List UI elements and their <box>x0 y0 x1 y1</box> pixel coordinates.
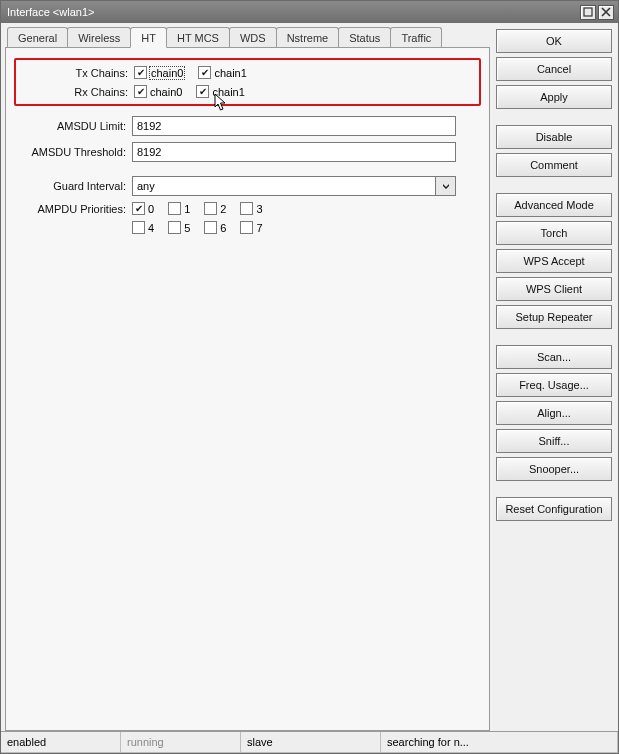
tab-wireless[interactable]: Wireless <box>67 27 131 48</box>
chevron-down-icon <box>441 181 451 191</box>
ampdu-pri-7-checkbox[interactable] <box>240 221 253 234</box>
apply-button[interactable]: Apply <box>496 85 612 109</box>
tx-chains-label: Tx Chains: <box>16 67 134 79</box>
chains-highlight: Tx Chains: chain0 chain1 Rx Chains: chai… <box>14 58 481 106</box>
tab-general[interactable]: General <box>7 27 68 48</box>
tx-chain1-checkbox[interactable] <box>198 66 211 79</box>
cancel-button[interactable]: Cancel <box>496 57 612 81</box>
tab-traffic[interactable]: Traffic <box>390 27 442 48</box>
rx-chain0-label: chain0 <box>150 86 182 98</box>
tx-chain0-label: chain0 <box>150 67 184 79</box>
setup-repeater-button[interactable]: Setup Repeater <box>496 305 612 329</box>
ampdu-pri-2-checkbox[interactable] <box>204 202 217 215</box>
ampdu-pri-5-label: 5 <box>184 222 190 234</box>
ampdu-pri-4-label: 4 <box>148 222 154 234</box>
snooper-button[interactable]: Snooper... <box>496 457 612 481</box>
status-enabled: enabled <box>1 732 121 753</box>
rx-chain1-label: chain1 <box>212 86 244 98</box>
window-title: Interface <wlan1> <box>7 6 578 18</box>
tab-ht[interactable]: HT <box>130 27 167 48</box>
ampdu-pri-4-checkbox[interactable] <box>132 221 145 234</box>
tx-chain0-checkbox[interactable] <box>134 66 147 79</box>
comment-button[interactable]: Comment <box>496 153 612 177</box>
align-button[interactable]: Align... <box>496 401 612 425</box>
ampdu-pri-0-label: 0 <box>148 203 154 215</box>
wps-accept-button[interactable]: WPS Accept <box>496 249 612 273</box>
ampdu-pri-1-checkbox[interactable] <box>168 202 181 215</box>
reset-configuration-button[interactable]: Reset Configuration <box>496 497 612 521</box>
rx-chains-label: Rx Chains: <box>16 86 134 98</box>
amsdu-limit-input[interactable] <box>132 116 456 136</box>
freq-usage-button[interactable]: Freq. Usage... <box>496 373 612 397</box>
ampdu-pri-5-checkbox[interactable] <box>168 221 181 234</box>
torch-button[interactable]: Torch <box>496 221 612 245</box>
guard-interval-label: Guard Interval: <box>14 180 132 192</box>
sniff-button[interactable]: Sniff... <box>496 429 612 453</box>
tab-status[interactable]: Status <box>338 27 391 48</box>
amsdu-threshold-label: AMSDU Threshold: <box>14 146 132 158</box>
guard-interval-dropdown-button[interactable] <box>436 176 456 196</box>
ampdu-pri-3-label: 3 <box>256 203 262 215</box>
ampdu-priorities-label: AMPDU Priorities: <box>14 203 132 215</box>
ampdu-pri-6-checkbox[interactable] <box>204 221 217 234</box>
interface-window: Interface <wlan1> General Wireless HT HT… <box>0 0 619 754</box>
status-bar: enabled running slave searching for n... <box>1 731 618 753</box>
tab-wds[interactable]: WDS <box>229 27 277 48</box>
ampdu-pri-6-label: 6 <box>220 222 226 234</box>
ampdu-pri-0-checkbox[interactable] <box>132 202 145 215</box>
disable-button[interactable]: Disable <box>496 125 612 149</box>
tab-nstreme[interactable]: Nstreme <box>276 27 340 48</box>
tab-panel-ht: Tx Chains: chain0 chain1 Rx Chains: chai… <box>5 47 490 731</box>
wps-client-button[interactable]: WPS Client <box>496 277 612 301</box>
status-slave: slave <box>241 732 381 753</box>
scan-button[interactable]: Scan... <box>496 345 612 369</box>
status-searching: searching for n... <box>381 732 618 753</box>
status-running: running <box>121 732 241 753</box>
ampdu-pri-7-label: 7 <box>256 222 262 234</box>
svg-rect-1 <box>584 8 592 16</box>
rx-chain0-checkbox[interactable] <box>134 85 147 98</box>
close-button[interactable] <box>598 5 614 20</box>
tab-bar: General Wireless HT HT MCS WDS Nstreme S… <box>7 27 490 48</box>
amsdu-threshold-input[interactable] <box>132 142 456 162</box>
button-sidebar: OK Cancel Apply Disable Comment Advanced… <box>494 23 618 731</box>
ampdu-pri-3-checkbox[interactable] <box>240 202 253 215</box>
tab-ht-mcs[interactable]: HT MCS <box>166 27 230 48</box>
ampdu-pri-1-label: 1 <box>184 203 190 215</box>
ok-button[interactable]: OK <box>496 29 612 53</box>
advanced-mode-button[interactable]: Advanced Mode <box>496 193 612 217</box>
guard-interval-input[interactable] <box>132 176 436 196</box>
tx-chain1-label: chain1 <box>214 67 246 79</box>
ampdu-pri-2-label: 2 <box>220 203 226 215</box>
titlebar: Interface <wlan1> <box>1 1 618 23</box>
rx-chain1-checkbox[interactable] <box>196 85 209 98</box>
minimize-button[interactable] <box>580 5 596 20</box>
amsdu-limit-label: AMSDU Limit: <box>14 120 132 132</box>
